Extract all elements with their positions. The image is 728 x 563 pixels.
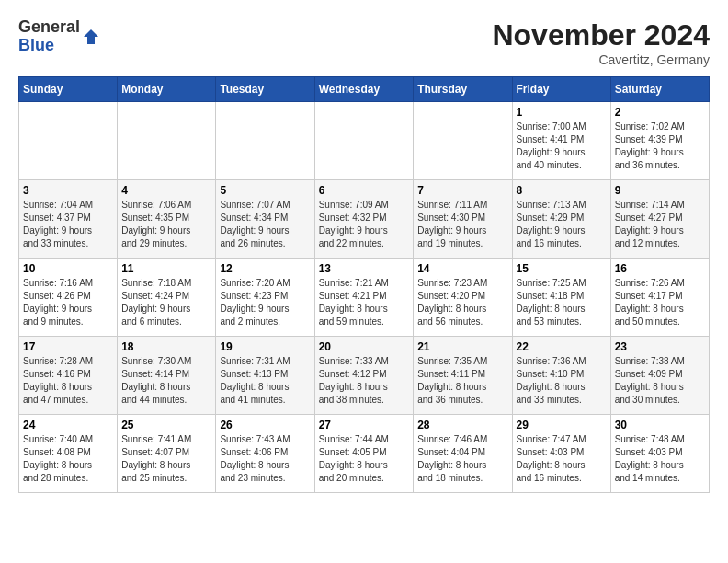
day-header-sunday: Sunday xyxy=(19,77,118,102)
day-info: Sunrise: 7:25 AM Sunset: 4:18 PM Dayligh… xyxy=(517,277,607,328)
day-number: 1 xyxy=(517,106,607,119)
calendar-cell: 24Sunrise: 7:40 AM Sunset: 4:08 PM Dayli… xyxy=(19,415,118,493)
day-header-saturday: Saturday xyxy=(610,77,709,102)
day-number: 13 xyxy=(319,262,410,275)
calendar-cell: 5Sunrise: 7:07 AM Sunset: 4:34 PM Daylig… xyxy=(216,180,314,259)
calendar-cell: 2Sunrise: 7:02 AM Sunset: 4:39 PM Daylig… xyxy=(610,102,709,180)
calendar-cell: 22Sunrise: 7:36 AM Sunset: 4:10 PM Dayli… xyxy=(512,337,610,415)
day-info: Sunrise: 7:35 AM Sunset: 4:11 PM Dayligh… xyxy=(417,355,507,407)
calendar-cell: 18Sunrise: 7:30 AM Sunset: 4:14 PM Dayli… xyxy=(118,337,216,415)
day-number: 17 xyxy=(23,340,113,353)
day-number: 21 xyxy=(417,340,507,353)
calendar-cell: 7Sunrise: 7:11 AM Sunset: 4:30 PM Daylig… xyxy=(414,180,512,259)
calendar-week-2: 3Sunrise: 7:04 AM Sunset: 4:37 PM Daylig… xyxy=(19,180,710,259)
day-number: 9 xyxy=(615,184,705,197)
calendar-cell: 27Sunrise: 7:44 AM Sunset: 4:05 PM Dayli… xyxy=(314,415,414,493)
day-info: Sunrise: 7:02 AM Sunset: 4:39 PM Dayligh… xyxy=(615,121,705,172)
header: General Blue November 2024 Cavertitz, Ge… xyxy=(18,18,710,67)
calendar-cell: 16Sunrise: 7:26 AM Sunset: 4:17 PM Dayli… xyxy=(610,259,709,337)
day-number: 30 xyxy=(615,419,705,431)
title-area: November 2024 Cavertitz, Germany xyxy=(492,18,710,67)
day-number: 8 xyxy=(517,184,607,197)
calendar-cell: 25Sunrise: 7:41 AM Sunset: 4:07 PM Dayli… xyxy=(118,415,216,493)
calendar-cell: 3Sunrise: 7:04 AM Sunset: 4:37 PM Daylig… xyxy=(19,180,118,259)
day-info: Sunrise: 7:04 AM Sunset: 4:37 PM Dayligh… xyxy=(23,199,113,250)
day-number: 23 xyxy=(615,340,705,353)
calendar-week-4: 17Sunrise: 7:28 AM Sunset: 4:16 PM Dayli… xyxy=(19,337,710,415)
calendar-cell: 28Sunrise: 7:46 AM Sunset: 4:04 PM Dayli… xyxy=(414,415,512,493)
day-number: 29 xyxy=(517,419,607,431)
day-info: Sunrise: 7:48 AM Sunset: 4:03 PM Dayligh… xyxy=(615,433,705,485)
day-number: 25 xyxy=(121,419,211,431)
day-number: 26 xyxy=(220,419,310,431)
day-info: Sunrise: 7:41 AM Sunset: 4:07 PM Dayligh… xyxy=(121,433,211,485)
day-info: Sunrise: 7:11 AM Sunset: 4:30 PM Dayligh… xyxy=(417,199,507,250)
day-number: 15 xyxy=(517,262,607,275)
calendar-week-5: 24Sunrise: 7:40 AM Sunset: 4:08 PM Dayli… xyxy=(19,415,710,493)
day-info: Sunrise: 7:46 AM Sunset: 4:04 PM Dayligh… xyxy=(417,433,507,485)
day-number: 10 xyxy=(23,262,113,275)
calendar-cell xyxy=(314,102,414,180)
calendar-cell: 26Sunrise: 7:43 AM Sunset: 4:06 PM Dayli… xyxy=(216,415,314,493)
calendar: SundayMondayTuesdayWednesdayThursdayFrid… xyxy=(18,76,710,493)
day-number: 19 xyxy=(220,340,310,353)
calendar-cell: 10Sunrise: 7:16 AM Sunset: 4:26 PM Dayli… xyxy=(19,259,118,337)
calendar-cell xyxy=(19,102,118,180)
day-info: Sunrise: 7:31 AM Sunset: 4:13 PM Dayligh… xyxy=(220,355,310,407)
day-number: 2 xyxy=(615,106,705,119)
day-number: 3 xyxy=(23,184,113,197)
day-info: Sunrise: 7:40 AM Sunset: 4:08 PM Dayligh… xyxy=(23,433,113,485)
logo: General Blue xyxy=(18,18,100,55)
svg-marker-0 xyxy=(84,29,98,44)
day-info: Sunrise: 7:16 AM Sunset: 4:26 PM Dayligh… xyxy=(23,277,113,328)
day-info: Sunrise: 7:47 AM Sunset: 4:03 PM Dayligh… xyxy=(517,433,607,485)
day-info: Sunrise: 7:18 AM Sunset: 4:24 PM Dayligh… xyxy=(121,277,211,328)
calendar-cell: 12Sunrise: 7:20 AM Sunset: 4:23 PM Dayli… xyxy=(216,259,314,337)
calendar-cell: 19Sunrise: 7:31 AM Sunset: 4:13 PM Dayli… xyxy=(216,337,314,415)
day-info: Sunrise: 7:43 AM Sunset: 4:06 PM Dayligh… xyxy=(220,433,310,485)
calendar-cell: 11Sunrise: 7:18 AM Sunset: 4:24 PM Dayli… xyxy=(118,259,216,337)
calendar-week-1: 1Sunrise: 7:00 AM Sunset: 4:41 PM Daylig… xyxy=(19,102,710,180)
calendar-cell: 15Sunrise: 7:25 AM Sunset: 4:18 PM Dayli… xyxy=(512,259,610,337)
calendar-cell xyxy=(118,102,216,180)
day-header-friday: Friday xyxy=(512,77,610,102)
day-header-thursday: Thursday xyxy=(414,77,512,102)
logo-blue: Blue xyxy=(18,36,54,54)
day-number: 22 xyxy=(517,340,607,353)
calendar-cell: 8Sunrise: 7:13 AM Sunset: 4:29 PM Daylig… xyxy=(512,180,610,259)
calendar-cell: 20Sunrise: 7:33 AM Sunset: 4:12 PM Dayli… xyxy=(314,337,414,415)
day-number: 16 xyxy=(615,262,705,275)
day-info: Sunrise: 7:28 AM Sunset: 4:16 PM Dayligh… xyxy=(23,355,113,407)
day-info: Sunrise: 7:23 AM Sunset: 4:20 PM Dayligh… xyxy=(417,277,507,328)
calendar-cell: 6Sunrise: 7:09 AM Sunset: 4:32 PM Daylig… xyxy=(314,180,414,259)
day-info: Sunrise: 7:33 AM Sunset: 4:12 PM Dayligh… xyxy=(319,355,410,407)
day-info: Sunrise: 7:44 AM Sunset: 4:05 PM Dayligh… xyxy=(319,433,410,485)
day-number: 4 xyxy=(121,184,211,197)
day-number: 28 xyxy=(417,419,507,431)
day-number: 12 xyxy=(220,262,310,275)
day-info: Sunrise: 7:36 AM Sunset: 4:10 PM Dayligh… xyxy=(517,355,607,407)
day-info: Sunrise: 7:00 AM Sunset: 4:41 PM Dayligh… xyxy=(517,121,607,172)
day-header-wednesday: Wednesday xyxy=(314,77,414,102)
day-header-monday: Monday xyxy=(118,77,216,102)
day-info: Sunrise: 7:21 AM Sunset: 4:21 PM Dayligh… xyxy=(319,277,410,328)
day-info: Sunrise: 7:07 AM Sunset: 4:34 PM Dayligh… xyxy=(220,199,310,250)
calendar-cell: 29Sunrise: 7:47 AM Sunset: 4:03 PM Dayli… xyxy=(512,415,610,493)
calendar-cell: 17Sunrise: 7:28 AM Sunset: 4:16 PM Dayli… xyxy=(19,337,118,415)
day-number: 11 xyxy=(121,262,211,275)
calendar-cell: 21Sunrise: 7:35 AM Sunset: 4:11 PM Dayli… xyxy=(414,337,512,415)
day-number: 7 xyxy=(417,184,507,197)
calendar-cell: 13Sunrise: 7:21 AM Sunset: 4:21 PM Dayli… xyxy=(314,259,414,337)
calendar-cell xyxy=(414,102,512,180)
calendar-cell: 23Sunrise: 7:38 AM Sunset: 4:09 PM Dayli… xyxy=(610,337,709,415)
calendar-cell: 9Sunrise: 7:14 AM Sunset: 4:27 PM Daylig… xyxy=(610,180,709,259)
calendar-cell: 1Sunrise: 7:00 AM Sunset: 4:41 PM Daylig… xyxy=(512,102,610,180)
day-info: Sunrise: 7:38 AM Sunset: 4:09 PM Dayligh… xyxy=(615,355,705,407)
calendar-header-row: SundayMondayTuesdayWednesdayThursdayFrid… xyxy=(19,77,710,102)
day-number: 24 xyxy=(23,419,113,431)
day-info: Sunrise: 7:26 AM Sunset: 4:17 PM Dayligh… xyxy=(615,277,705,328)
logo-general: General xyxy=(18,17,80,36)
day-info: Sunrise: 7:20 AM Sunset: 4:23 PM Dayligh… xyxy=(220,277,310,328)
calendar-cell xyxy=(216,102,314,180)
day-info: Sunrise: 7:09 AM Sunset: 4:32 PM Dayligh… xyxy=(319,199,410,250)
